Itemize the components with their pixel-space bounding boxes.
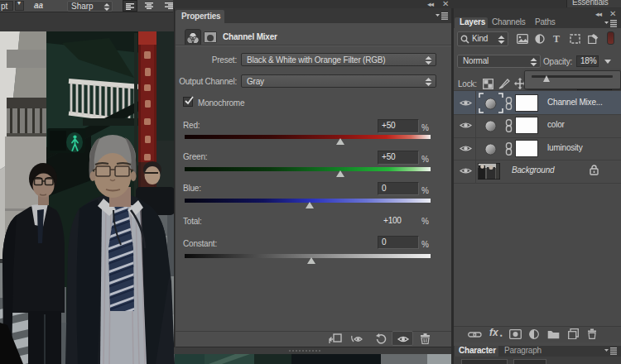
svg-text:T: T — [553, 34, 560, 44]
